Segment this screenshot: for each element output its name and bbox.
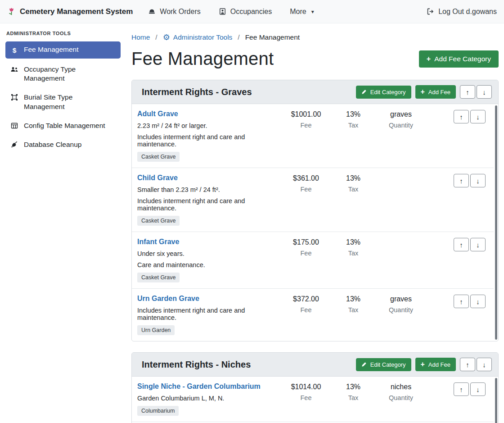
fee-amount-column: $1001.00 Fee — [281, 110, 331, 129]
move-fee-up-button[interactable]: ↑ — [454, 174, 469, 187]
fee-name-link[interactable]: Urn Garden Grave — [137, 295, 199, 303]
arrow-down-icon: ↓ — [476, 177, 480, 185]
add-fee-category-label: Add Fee Category — [434, 55, 491, 63]
category-body: Adult Grave 2.23 m² / 24 ft² or larger.I… — [132, 104, 498, 341]
edit-category-button[interactable]: Edit Category — [356, 358, 411, 371]
chevron-down-icon: ▾ — [311, 9, 314, 15]
card-scrollbar[interactable] — [495, 378, 497, 423]
fee-description: Smaller than 2.23 m² / 24 ft². — [137, 186, 281, 193]
fee-quantity-value: graves — [376, 295, 426, 303]
fee-amount-label: Fee — [281, 186, 331, 193]
nav-occupancies[interactable]: Occupancies — [219, 8, 272, 16]
arrow-up-icon: ↑ — [466, 361, 469, 368]
move-category-down-button[interactable]: ↓ — [477, 358, 492, 371]
fee-amount-column: $175.00 Fee — [281, 238, 331, 257]
fee-description: Garden Columbarium L, M, N. — [137, 395, 281, 402]
fee-row: Adult Grave 2.23 m² / 24 ft² or larger.I… — [132, 104, 494, 168]
sidebar-item-database-cleanup[interactable]: Database Cleanup — [5, 136, 121, 153]
sidebar-item-label: Burial Site Type Management — [24, 93, 111, 111]
add-fee-button[interactable]: + Add Fee — [415, 358, 456, 371]
move-category-up-button[interactable]: ↑ — [460, 358, 475, 371]
move-fee-up-button[interactable]: ↑ — [454, 238, 469, 251]
fee-amount-label: Fee — [281, 394, 331, 401]
fee-description: Care and maintenance. — [137, 261, 281, 268]
nav-work-orders-label: Work Orders — [160, 8, 200, 16]
fee-description: Includes interment right and care and ma… — [137, 133, 281, 148]
fee-amount-value: $1001.00 — [281, 110, 331, 118]
fee-row: Single Niche - Garden Columbarium Garden… — [132, 377, 494, 422]
sidebar-item-label: Fee Management — [24, 45, 79, 54]
move-fee-up-button[interactable]: ↑ — [454, 295, 469, 308]
nav-work-orders[interactable]: Work Orders — [148, 8, 200, 16]
fee-amount-label: Fee — [281, 306, 331, 314]
logout-link[interactable]: Log Out d.gowans — [427, 8, 497, 16]
move-fee-up-button[interactable]: ↑ — [454, 110, 469, 123]
move-fee-down-button[interactable]: ↓ — [470, 295, 486, 308]
tulip-logo-icon — [7, 7, 16, 16]
breadcrumb-admin-tools[interactable]: ⚙ Administrator Tools — [163, 33, 233, 41]
fee-type-badge: Casket Grave — [137, 152, 180, 162]
hard-hat-icon — [148, 8, 156, 15]
edit-category-button[interactable]: Edit Category — [356, 86, 411, 99]
move-category-up-button[interactable]: ↑ — [460, 85, 475, 99]
logout-icon — [427, 8, 434, 15]
fee-description: Under six years. — [137, 250, 281, 257]
breadcrumb-current: Fee Management — [245, 33, 300, 41]
vector-square-icon — [10, 94, 19, 101]
arrow-up-icon: ↑ — [459, 386, 463, 393]
fee-type-badge: Urn Garden — [137, 325, 175, 335]
arrow-up-icon: ↑ — [459, 241, 463, 249]
sidebar-item-burial-site-type-management[interactable]: Burial Site Type Management — [5, 89, 121, 114]
pencil-icon — [361, 362, 367, 367]
move-fee-down-button[interactable]: ↓ — [470, 238, 486, 251]
fee-row: Child Grave Smaller than 2.23 m² / 24 ft… — [132, 168, 494, 232]
add-fee-category-button[interactable]: + Add Fee Category — [419, 50, 499, 68]
fee-tax-label: Tax — [331, 186, 376, 193]
page-title: Fee Management — [131, 49, 274, 69]
app-brand[interactable]: Cemetery Management System — [7, 7, 133, 16]
card-scrollbar[interactable] — [495, 105, 497, 340]
nav-more[interactable]: More ▾ — [290, 8, 314, 16]
sidebar-item-label: Occupancy Type Management — [24, 65, 111, 83]
fee-tax-column: 13% Tax — [331, 238, 376, 257]
fee-quantity-value: niches — [376, 383, 426, 391]
fee-tax-value: 13% — [331, 174, 376, 182]
fee-tax-column: 13% Tax — [331, 110, 376, 129]
fee-tax-label: Tax — [331, 394, 376, 401]
breadcrumb-separator: / — [238, 33, 239, 41]
sidebar-item-config-table-management[interactable]: Config Table Management — [5, 118, 121, 134]
move-category-down-button[interactable]: ↓ — [477, 85, 492, 99]
fee-category-card: Interment Rights - Niches Edit Category … — [131, 352, 499, 423]
fee-tax-label: Tax — [331, 250, 376, 257]
sidebar-item-fee-management[interactable]: $ Fee Management — [5, 41, 121, 59]
sidebar-item-occupancy-type-management[interactable]: Occupancy Type Management — [5, 61, 121, 86]
nav-occupancies-label: Occupancies — [230, 8, 272, 16]
fee-name-link[interactable]: Child Grave — [137, 174, 178, 182]
add-fee-label: Add Fee — [428, 361, 450, 368]
edit-category-label: Edit Category — [370, 89, 406, 96]
move-fee-down-button[interactable]: ↓ — [470, 382, 486, 396]
categories: Interment Rights - Graves Edit Category … — [131, 80, 499, 423]
add-fee-button[interactable]: + Add Fee — [415, 85, 456, 99]
move-fee-down-button[interactable]: ↓ — [470, 110, 486, 123]
fee-amount-value: $361.00 — [281, 174, 331, 182]
fee-name-link[interactable]: Adult Grave — [137, 110, 178, 118]
move-fee-down-button[interactable]: ↓ — [470, 174, 486, 187]
arrow-up-icon: ↑ — [459, 113, 463, 121]
category-header: Interment Rights - Niches Edit Category … — [132, 353, 498, 377]
arrow-up-icon: ↑ — [459, 177, 463, 185]
fee-tax-label: Tax — [331, 306, 376, 314]
arrow-down-icon: ↓ — [476, 298, 480, 305]
fee-quantity-column: graves Quantity — [376, 110, 426, 129]
fee-amount-column: $372.00 Fee — [281, 295, 331, 314]
dollar-icon: $ — [10, 46, 19, 55]
fee-name-link[interactable]: Single Niche - Garden Columbarium — [137, 382, 261, 391]
top-navbar: Cemetery Management System Work Orders O… — [0, 0, 504, 23]
arrow-down-icon: ↓ — [476, 241, 480, 249]
breadcrumb-home[interactable]: Home — [131, 33, 150, 41]
pencil-icon — [361, 89, 367, 95]
move-fee-up-button[interactable]: ↑ — [454, 382, 469, 396]
fee-name-link[interactable]: Infant Grave — [137, 238, 179, 246]
fee-description: Includes interment right and care and ma… — [137, 307, 281, 321]
plus-icon: + — [421, 88, 425, 96]
